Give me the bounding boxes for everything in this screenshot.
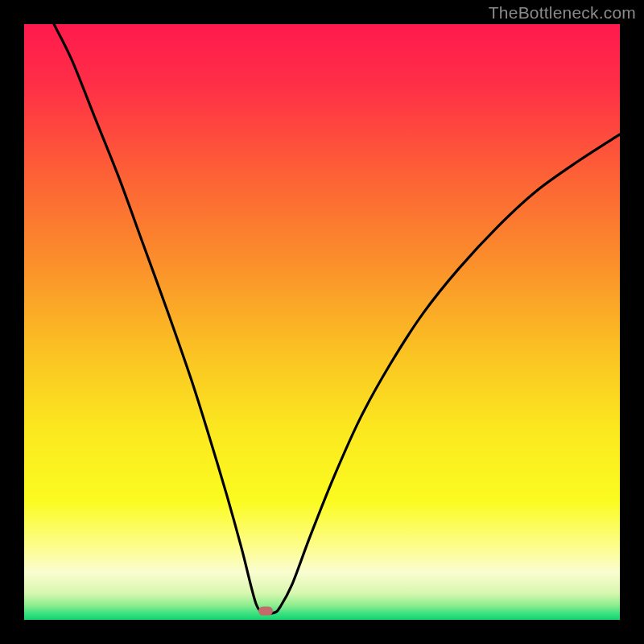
outer-frame: TheBottleneck.com xyxy=(0,0,644,644)
optimal-point-marker xyxy=(258,606,273,615)
curve-layer xyxy=(24,24,620,620)
plot-area xyxy=(24,24,620,620)
bottleneck-curve xyxy=(54,24,620,613)
watermark-text: TheBottleneck.com xyxy=(489,3,636,23)
